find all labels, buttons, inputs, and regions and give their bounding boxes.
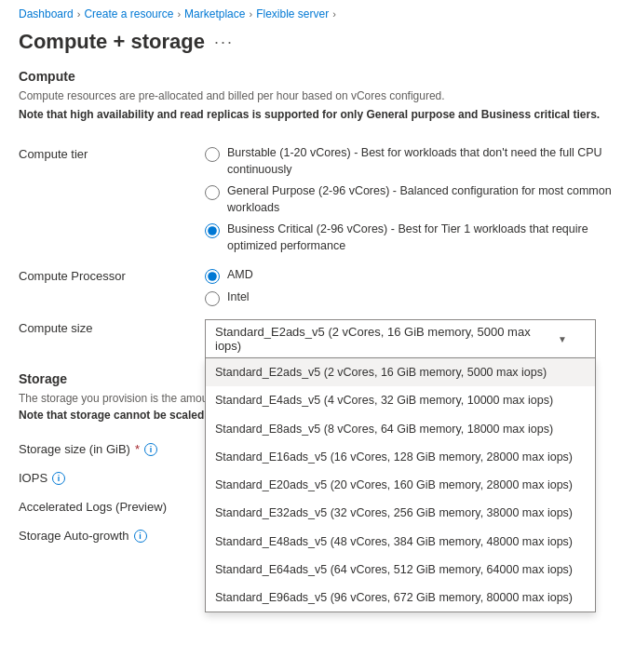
compute-tier-control: Burstable (1-20 vCores) - Best for workl… [205,145,616,254]
compute-size-option-6[interactable]: Standard_E48ads_v5 (48 vCores, 384 GiB m… [206,528,595,556]
storage-size-label-text: Storage size (in GiB) [19,442,130,456]
compute-tier-business-radio[interactable] [205,223,220,238]
compute-size-label: Compute size [19,319,205,335]
compute-processor-radio-group: AMD Intel [205,267,616,306]
compute-processor-amd-radio[interactable] [205,269,220,284]
iops-label: IOPS i [19,469,205,485]
breadcrumb-marketplace[interactable]: Marketplace [184,7,245,20]
page-header: Compute + storage ··· [0,24,635,69]
compute-tier-general-label: General Purpose (2-96 vCores) - Balanced… [227,183,616,216]
compute-size-dropdown: Standard_E2ads_v5 (2 vCores, 16 GiB memo… [205,319,596,358]
compute-tier-general[interactable]: General Purpose (2-96 vCores) - Balanced… [205,183,616,216]
compute-size-selected-text: Standard_E2ads_v5 (2 vCores, 16 GiB memo… [215,325,558,353]
compute-size-option-2[interactable]: Standard_E8ads_v5 (8 vCores, 64 GiB memo… [206,415,595,443]
auto-growth-label-text: Storage Auto-growth [19,529,129,543]
breadcrumb-sep-3: › [249,8,252,20]
compute-processor-intel-radio[interactable] [205,291,220,306]
compute-processor-amd[interactable]: AMD [205,267,616,284]
breadcrumb-sep-1: › [77,8,81,20]
storage-size-required-star: * [135,442,140,456]
compute-size-option-4[interactable]: Standard_E20ads_v5 (20 vCores, 160 GiB m… [206,471,595,499]
compute-size-row: Compute size Standard_E2ads_v5 (2 vCores… [0,319,635,358]
page-title: Compute + storage [19,30,205,54]
compute-tier-business[interactable]: Business Critical (2-96 vCores) - Best f… [205,222,616,254]
compute-tier-label: Compute tier [19,145,205,161]
compute-size-option-1[interactable]: Standard_E4ads_v5 (4 vCores, 32 GiB memo… [206,386,595,414]
compute-size-dropdown-list: Standard_E2ads_v5 (2 vCores, 16 GiB memo… [205,358,596,612]
compute-section: Compute Compute resources are pre-alloca… [0,69,635,145]
compute-size-dropdown-arrow-icon: ▼ [558,334,567,344]
compute-processor-row: Compute Processor AMD Intel [0,267,635,306]
compute-size-option-7[interactable]: Standard_E64ads_v5 (64 vCores, 512 GiB m… [206,556,595,584]
compute-size-option-5[interactable]: Standard_E32ads_v5 (32 vCores, 256 GiB m… [206,499,595,527]
breadcrumb-flexible-server[interactable]: Flexible server [256,7,329,20]
accel-logs-label: Accelerated Logs (Preview) [19,498,205,514]
compute-description: Compute resources are pre-allocated and … [19,87,616,104]
iops-label-text: IOPS [19,471,47,485]
compute-tier-radio-group: Burstable (1-20 vCores) - Best for workl… [205,145,616,254]
breadcrumb-sep-4: › [332,8,336,20]
auto-growth-label: Storage Auto-growth i [19,527,205,543]
compute-processor-amd-label: AMD [227,267,253,284]
breadcrumb-create-resource[interactable]: Create a resource [84,7,173,20]
compute-tier-business-label: Business Critical (2-96 vCores) - Best f… [227,222,616,254]
compute-processor-intel[interactable]: Intel [205,289,616,306]
compute-tier-burstable[interactable]: Burstable (1-20 vCores) - Best for workl… [205,145,616,178]
compute-processor-intel-label: Intel [227,289,250,306]
storage-size-label: Storage size (in GiB) * i [19,440,205,456]
compute-size-option-0[interactable]: Standard_E2ads_v5 (2 vCores, 16 GiB memo… [206,358,595,386]
page-options-button[interactable]: ··· [214,33,234,52]
compute-tier-burstable-label: Burstable (1-20 vCores) - Best for workl… [227,145,616,178]
compute-size-option-8[interactable]: Standard_E96ads_v5 (96 vCores, 672 GiB m… [206,584,595,612]
compute-size-dropdown-button[interactable]: Standard_E2ads_v5 (2 vCores, 16 GiB memo… [205,319,596,358]
compute-note: Note that high availability and read rep… [19,106,616,123]
compute-tier-general-radio[interactable] [205,185,220,200]
compute-tier-burstable-radio[interactable] [205,147,220,162]
breadcrumb-dashboard[interactable]: Dashboard [19,7,74,20]
compute-size-control: Standard_E2ads_v5 (2 vCores, 16 GiB memo… [205,319,616,358]
compute-processor-control: AMD Intel [205,267,616,306]
compute-size-option-3[interactable]: Standard_E16ads_v5 (16 vCores, 128 GiB m… [206,443,595,471]
iops-info-icon[interactable]: i [52,472,65,485]
breadcrumb: Dashboard › Create a resource › Marketpl… [0,0,635,24]
compute-tier-row: Compute tier Burstable (1-20 vCores) - B… [0,145,635,254]
compute-processor-label: Compute Processor [19,267,205,283]
compute-section-title: Compute [19,69,616,84]
breadcrumb-sep-2: › [177,8,181,20]
storage-size-info-icon[interactable]: i [144,443,157,456]
auto-growth-info-icon[interactable]: i [134,530,147,543]
